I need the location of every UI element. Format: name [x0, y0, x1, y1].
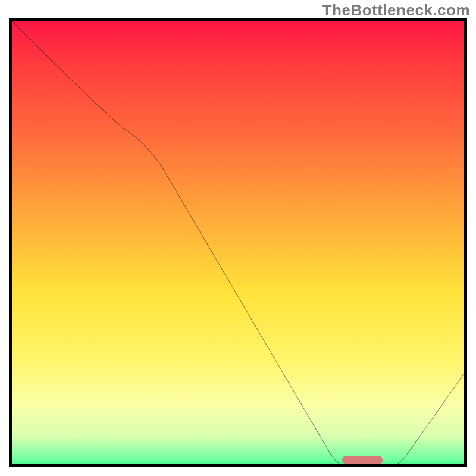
- plot-area: [9, 18, 467, 467]
- optimal-range-marker: [342, 456, 383, 464]
- bottleneck-curve: [12, 21, 464, 467]
- chart-stage: TheBottleneck.com: [0, 0, 476, 476]
- watermark-text: TheBottleneck.com: [322, 1, 470, 20]
